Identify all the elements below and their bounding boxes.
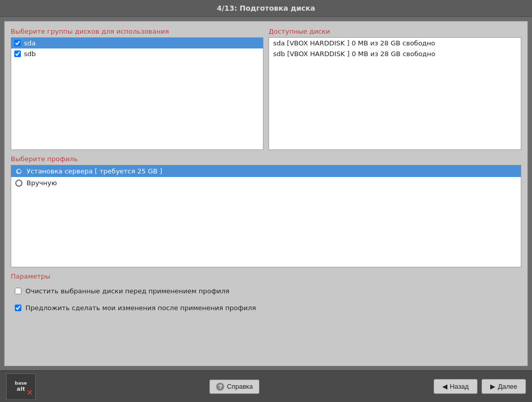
disk-groups-label: Выберите группы дисков для использования (11, 28, 263, 35)
logo-box: base alt ✕ (6, 373, 36, 400)
next-arrow-icon: ▶ (490, 383, 495, 390)
profile-server-radio[interactable] (15, 168, 22, 175)
main-content: Выберите группы дисков для использования… (4, 21, 528, 366)
back-button-label: Назад (450, 383, 469, 390)
logo-base-text: base (15, 381, 27, 386)
disk-group-sda-checkbox[interactable] (14, 40, 21, 46)
params-section: Параметры Очистить выбранные диски перед… (11, 272, 521, 314)
nav-buttons: ◀ Назад ▶ Далее (434, 379, 526, 394)
disk-group-sdb-checkbox[interactable] (14, 51, 21, 57)
bottom-bar: base alt ✕ ? Справка ◀ Назад ▶ Далее (0, 370, 532, 402)
checkbox-suggest-changes-label: Предложить сделать мои изменения после п… (25, 304, 256, 312)
params-label: Параметры (11, 272, 521, 280)
help-icon: ? (216, 383, 224, 391)
logo-cross-icon: ✕ (26, 388, 33, 397)
back-button[interactable]: ◀ Назад (434, 379, 477, 394)
help-button[interactable]: ? Справка (209, 380, 259, 394)
profile-manual[interactable]: Вручную (11, 177, 521, 189)
logo-alt-text: alt (17, 386, 25, 392)
disk-group-sda[interactable]: sda (11, 38, 263, 48)
available-disks-label: Доступные диски (269, 28, 521, 35)
profile-manual-radio[interactable] (15, 180, 22, 187)
checkbox-clear-disks-label: Очистить выбранные диски перед применени… (25, 287, 229, 295)
next-button-label: Далее (498, 383, 517, 390)
next-button[interactable]: ▶ Далее (482, 379, 526, 394)
available-disks-listbox[interactable]: sda [VBOX HARDDISK ] 0 MB из 28 GB свобо… (269, 37, 521, 150)
checkbox-suggest-changes[interactable] (15, 305, 21, 311)
disk-info-sda: sda [VBOX HARDDISK ] 0 MB из 28 GB свобо… (269, 38, 521, 48)
disk-group-sda-label: sda (24, 39, 36, 47)
disk-group-sdb[interactable]: sdb (11, 48, 263, 59)
disk-groups-listbox[interactable]: sda sdb (11, 37, 263, 150)
profile-server-label: Установка сервера [ требуется 25 GB ] (26, 167, 162, 175)
profile-listbox[interactable]: Установка сервера [ требуется 25 GB ] Вр… (11, 165, 521, 267)
checkbox-row-2: Предложить сделать мои изменения после п… (11, 302, 521, 314)
disk-group-sdb-label: sdb (24, 50, 36, 58)
disk-groups-panel: Выберите группы дисков для использования… (11, 28, 263, 150)
disk-info-sdb: sdb [VBOX HARDDISK ] 0 MB из 28 GB свобо… (269, 48, 521, 59)
profile-label: Выберите профиль (11, 155, 521, 163)
back-arrow-icon: ◀ (442, 383, 447, 390)
window: 4/13: Подготовка диска Выберите группы д… (0, 0, 532, 402)
profile-server[interactable]: Установка сервера [ требуется 25 GB ] (11, 165, 521, 177)
help-button-label: Справка (227, 383, 253, 390)
title-bar: 4/13: Подготовка диска (0, 0, 532, 17)
profile-manual-label: Вручную (26, 179, 57, 187)
checkbox-row-1: Очистить выбранные диски перед применени… (11, 285, 521, 297)
checkbox-clear-disks[interactable] (15, 288, 21, 294)
page-title: 4/13: Подготовка диска (217, 4, 315, 12)
profile-section: Выберите профиль Установка сервера [ тре… (11, 155, 521, 267)
available-disks-panel: Доступные диски sda [VBOX HARDDISK ] 0 M… (269, 28, 521, 150)
logo-area: base alt ✕ (6, 373, 36, 400)
top-section: Выберите группы дисков для использования… (11, 28, 521, 150)
